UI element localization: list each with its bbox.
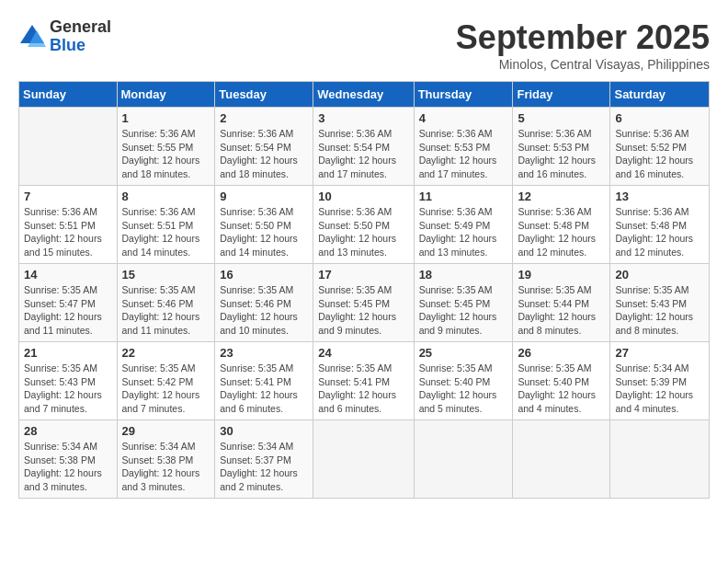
day-number: 27 (615, 346, 704, 360)
day-number: 23 (220, 346, 308, 360)
day-number: 18 (419, 268, 508, 282)
day-number: 11 (419, 190, 508, 203)
calendar-cell: 19Sunrise: 5:35 AM Sunset: 5:44 PM Dayli… (513, 264, 610, 342)
day-detail: Sunrise: 5:36 AM Sunset: 5:53 PM Dayligh… (419, 127, 508, 181)
day-number: 10 (318, 190, 408, 203)
day-number: 14 (24, 268, 112, 282)
calendar-cell: 2Sunrise: 5:36 AM Sunset: 5:54 PM Daylig… (215, 108, 313, 186)
day-number: 8 (122, 190, 210, 203)
day-detail: Sunrise: 5:36 AM Sunset: 5:53 PM Dayligh… (518, 127, 605, 181)
calendar-cell: 23Sunrise: 5:35 AM Sunset: 5:41 PM Dayli… (215, 342, 313, 420)
logo-icon (18, 23, 46, 51)
day-number: 15 (122, 268, 210, 282)
day-detail: Sunrise: 5:36 AM Sunset: 5:48 PM Dayligh… (518, 205, 605, 259)
calendar-cell: 11Sunrise: 5:36 AM Sunset: 5:49 PM Dayli… (414, 186, 513, 264)
day-detail: Sunrise: 5:35 AM Sunset: 5:45 PM Dayligh… (318, 283, 408, 338)
day-number: 20 (615, 268, 704, 282)
day-number: 24 (318, 346, 408, 360)
header-row: SundayMondayTuesdayWednesdayThursdayFrid… (19, 82, 710, 108)
day-header-friday: Friday (513, 82, 610, 108)
day-detail: Sunrise: 5:36 AM Sunset: 5:50 PM Dayligh… (220, 205, 308, 259)
day-detail: Sunrise: 5:36 AM Sunset: 5:51 PM Dayligh… (24, 205, 112, 259)
day-number: 5 (518, 111, 605, 125)
calendar-cell: 22Sunrise: 5:35 AM Sunset: 5:42 PM Dayli… (117, 342, 215, 420)
calendar-cell: 26Sunrise: 5:35 AM Sunset: 5:40 PM Dayli… (513, 342, 610, 420)
day-detail: Sunrise: 5:34 AM Sunset: 5:38 PM Dayligh… (24, 440, 112, 494)
calendar-cell: 12Sunrise: 5:36 AM Sunset: 5:48 PM Dayli… (513, 186, 610, 264)
calendar-cell: 8Sunrise: 5:36 AM Sunset: 5:51 PM Daylig… (117, 186, 215, 264)
calendar-cell: 28Sunrise: 5:34 AM Sunset: 5:38 PM Dayli… (19, 420, 118, 499)
calendar-cell (513, 420, 610, 499)
calendar-cell (414, 420, 513, 499)
day-number: 28 (24, 424, 112, 438)
calendar-table: SundayMondayTuesdayWednesdayThursdayFrid… (18, 81, 710, 499)
day-number: 22 (122, 346, 210, 360)
day-detail: Sunrise: 5:36 AM Sunset: 5:51 PM Dayligh… (122, 205, 210, 259)
day-number: 2 (220, 111, 308, 125)
week-row-2: 14Sunrise: 5:35 AM Sunset: 5:47 PM Dayli… (19, 264, 710, 342)
calendar-cell (610, 420, 710, 499)
day-detail: Sunrise: 5:36 AM Sunset: 5:54 PM Dayligh… (220, 127, 308, 181)
calendar-cell: 6Sunrise: 5:36 AM Sunset: 5:52 PM Daylig… (610, 108, 710, 186)
calendar-cell: 10Sunrise: 5:36 AM Sunset: 5:50 PM Dayli… (313, 186, 414, 264)
day-detail: Sunrise: 5:35 AM Sunset: 5:40 PM Dayligh… (419, 362, 508, 416)
calendar-cell: 15Sunrise: 5:35 AM Sunset: 5:46 PM Dayli… (117, 264, 215, 342)
calendar-cell: 14Sunrise: 5:35 AM Sunset: 5:47 PM Dayli… (19, 264, 118, 342)
logo: General Blue (18, 18, 111, 55)
day-number: 1 (122, 111, 210, 125)
day-detail: Sunrise: 5:36 AM Sunset: 5:55 PM Dayligh… (122, 127, 210, 181)
day-number: 30 (220, 424, 308, 438)
day-detail: Sunrise: 5:34 AM Sunset: 5:38 PM Dayligh… (122, 440, 210, 494)
day-detail: Sunrise: 5:35 AM Sunset: 5:41 PM Dayligh… (318, 362, 408, 416)
day-detail: Sunrise: 5:34 AM Sunset: 5:39 PM Dayligh… (615, 362, 704, 416)
day-detail: Sunrise: 5:36 AM Sunset: 5:50 PM Dayligh… (318, 205, 408, 259)
calendar-body: 1Sunrise: 5:36 AM Sunset: 5:55 PM Daylig… (19, 108, 710, 499)
day-detail: Sunrise: 5:35 AM Sunset: 5:47 PM Dayligh… (24, 283, 112, 338)
day-detail: Sunrise: 5:35 AM Sunset: 5:41 PM Dayligh… (220, 362, 308, 416)
calendar-cell: 30Sunrise: 5:34 AM Sunset: 5:37 PM Dayli… (215, 420, 313, 499)
calendar-cell: 7Sunrise: 5:36 AM Sunset: 5:51 PM Daylig… (19, 186, 118, 264)
day-detail: Sunrise: 5:35 AM Sunset: 5:44 PM Dayligh… (518, 283, 605, 338)
day-detail: Sunrise: 5:35 AM Sunset: 5:42 PM Dayligh… (122, 362, 210, 416)
week-row-0: 1Sunrise: 5:36 AM Sunset: 5:55 PM Daylig… (19, 108, 710, 186)
day-number: 26 (518, 346, 605, 360)
day-header-wednesday: Wednesday (313, 82, 414, 108)
header: General Blue September 2025 Minolos, Cen… (18, 18, 710, 72)
day-number: 17 (318, 268, 408, 282)
calendar-cell (19, 108, 118, 186)
day-number: 12 (518, 190, 605, 203)
day-detail: Sunrise: 5:34 AM Sunset: 5:37 PM Dayligh… (220, 440, 308, 494)
week-row-4: 28Sunrise: 5:34 AM Sunset: 5:38 PM Dayli… (19, 420, 710, 499)
day-number: 21 (24, 346, 112, 360)
day-detail: Sunrise: 5:35 AM Sunset: 5:43 PM Dayligh… (24, 362, 112, 416)
week-row-3: 21Sunrise: 5:35 AM Sunset: 5:43 PM Dayli… (19, 342, 710, 420)
day-number: 19 (518, 268, 605, 282)
day-detail: Sunrise: 5:36 AM Sunset: 5:54 PM Dayligh… (318, 127, 408, 181)
calendar-cell (313, 420, 414, 499)
day-number: 3 (318, 111, 408, 125)
day-detail: Sunrise: 5:35 AM Sunset: 5:43 PM Dayligh… (615, 283, 704, 338)
calendar-cell: 18Sunrise: 5:35 AM Sunset: 5:45 PM Dayli… (414, 264, 513, 342)
day-detail: Sunrise: 5:35 AM Sunset: 5:46 PM Dayligh… (122, 283, 210, 338)
calendar-cell: 29Sunrise: 5:34 AM Sunset: 5:38 PM Dayli… (117, 420, 215, 499)
location-subtitle: Minolos, Central Visayas, Philippines (456, 57, 710, 72)
day-header-tuesday: Tuesday (215, 82, 313, 108)
day-number: 16 (220, 268, 308, 282)
calendar-cell: 27Sunrise: 5:34 AM Sunset: 5:39 PM Dayli… (610, 342, 710, 420)
calendar-cell: 17Sunrise: 5:35 AM Sunset: 5:45 PM Dayli… (313, 264, 414, 342)
day-number: 13 (615, 190, 704, 203)
calendar-cell: 5Sunrise: 5:36 AM Sunset: 5:53 PM Daylig… (513, 108, 610, 186)
calendar-header: SundayMondayTuesdayWednesdayThursdayFrid… (19, 82, 710, 108)
logo-blue-text: Blue (50, 37, 111, 55)
day-number: 7 (24, 190, 112, 203)
day-number: 4 (419, 111, 508, 125)
day-header-saturday: Saturday (610, 82, 710, 108)
title-area: September 2025 Minolos, Central Visayas,… (456, 18, 710, 72)
calendar-cell: 25Sunrise: 5:35 AM Sunset: 5:40 PM Dayli… (414, 342, 513, 420)
calendar-cell: 9Sunrise: 5:36 AM Sunset: 5:50 PM Daylig… (215, 186, 313, 264)
week-row-1: 7Sunrise: 5:36 AM Sunset: 5:51 PM Daylig… (19, 186, 710, 264)
calendar-cell: 3Sunrise: 5:36 AM Sunset: 5:54 PM Daylig… (313, 108, 414, 186)
day-detail: Sunrise: 5:36 AM Sunset: 5:52 PM Dayligh… (615, 127, 704, 181)
day-number: 6 (615, 111, 704, 125)
calendar-cell: 13Sunrise: 5:36 AM Sunset: 5:48 PM Dayli… (610, 186, 710, 264)
